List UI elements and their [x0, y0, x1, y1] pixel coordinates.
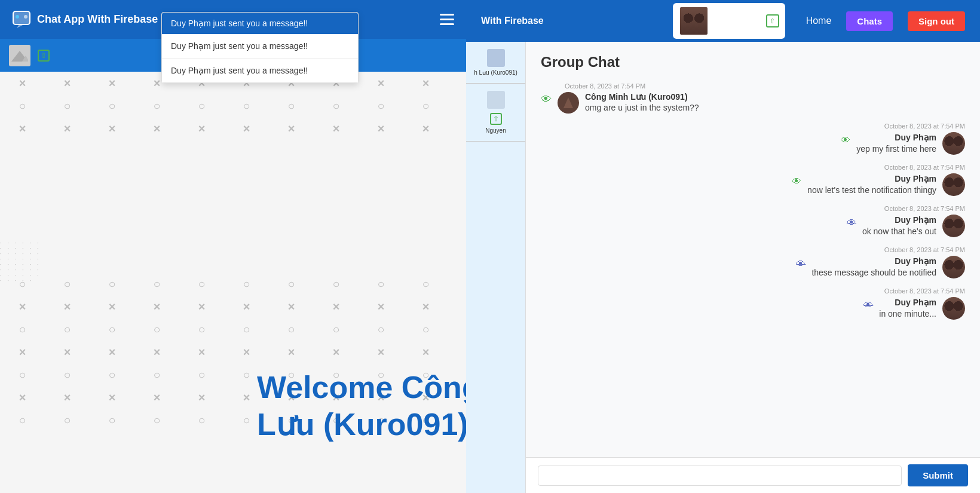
left-panel: Chat App With Firebase Duy Phạm just sen…	[0, 0, 466, 493]
nav-upload-icon[interactable]: ⇧	[766, 14, 779, 27]
upload-icon[interactable]: ⇧	[38, 50, 50, 62]
unseen-icon: 👁	[847, 218, 856, 228]
mountain-icon	[11, 50, 28, 62]
sidebar-user-avatar-2	[487, 91, 505, 109]
user-nav-avatar	[679, 6, 709, 36]
msg-text: these message should be notified	[811, 268, 936, 277]
welcome-section: Welcome Công MinhLưu (Kuro091)	[233, 351, 466, 461]
svg-rect-2	[16, 15, 19, 19]
user-info-wrapper: Duy Phạm ⇧	[673, 3, 785, 39]
sidebar-user-avatar-1	[487, 49, 505, 67]
sidebar-user-name-1: h Lưu (Kuro091)	[474, 69, 517, 76]
notification-item-1[interactable]: Duy Phạm just sent you a message!!	[162, 34, 358, 59]
seen-icon: 👁	[841, 135, 850, 146]
svg-rect-3	[24, 15, 27, 19]
notification-top-item: Duy Phạm just sent you a message!!	[162, 13, 358, 34]
msg-avatar-right	[942, 297, 965, 320]
pattern-row-x3: ××××××××××	[0, 296, 466, 319]
right-navbar: With Firebase Duy Phạm ⇧ Home Chats Sign…	[466, 0, 980, 42]
message-timestamp: October 8, 2023 at 7:54 PM	[541, 82, 965, 90]
sidebar-user-item-2[interactable]: ⇧ Nguyen	[466, 84, 525, 142]
messages-container[interactable]: October 8, 2023 at 7:54 PM 👁 Công Minh L…	[526, 76, 980, 457]
msg-content-left: Công Minh Lưu (Kuro091) omg are u just i…	[585, 92, 699, 112]
pattern-row-o2: ○○○○○○○○○○	[0, 273, 466, 296]
message-row: October 8, 2023 at 7:54 PM 👁 Duy Phạm in…	[541, 287, 965, 320]
message-input[interactable]	[538, 466, 902, 486]
msg-right: 👁 Duy Phạm now let's test the notificati…	[541, 173, 965, 196]
msg-avatar-right	[942, 132, 965, 155]
svg-marker-6	[564, 97, 573, 108]
message-row: October 8, 2023 at 7:54 PM 👁 Công Minh L…	[541, 82, 965, 114]
seen-eye-icon: 👁	[541, 93, 552, 106]
msg-text: yep my first time here	[856, 144, 936, 154]
msg-right: 👁 Duy Phạm in one minute...	[541, 297, 965, 320]
msg-avatar-right	[942, 256, 965, 278]
right-content: h Lưu (Kuro091) ⇧ Nguyen Group Chat Octo…	[466, 42, 980, 493]
notification-item-2[interactable]: Duy Phạm just sent you a message!!	[162, 59, 358, 82]
msg-text: now let's test the notification thingy	[807, 185, 936, 195]
message-timestamp: October 8, 2023 at 7:54 PM	[541, 287, 965, 295]
pattern-row-x2: ××××××××××	[0, 117, 466, 140]
home-nav-link[interactable]: Home	[806, 16, 832, 26]
left-nav-logo: Chat App With Firebase	[12, 10, 158, 29]
message-timestamp: October 8, 2023 at 7:54 PM	[541, 164, 965, 171]
pattern-row-o3: ○○○○○○○○○○	[0, 319, 466, 341]
msg-sender: Duy Phạm	[895, 256, 936, 266]
signout-nav-button[interactable]: Sign out	[908, 11, 965, 31]
msg-content-right: Duy Phạm these message should be notifie…	[811, 256, 936, 277]
msg-sender: Duy Phạm	[895, 174, 936, 183]
hamburger-line-2	[440, 19, 454, 20]
msg-content-right: Duy Phạm ok now that he's out	[862, 215, 936, 236]
message-row: October 8, 2023 at 7:54 PM 👁 Duy Phạm ye…	[541, 123, 965, 155]
msg-content-right: Duy Phạm in one minute...	[879, 297, 936, 319]
seen-icon: 👁	[792, 176, 801, 187]
chat-title: Group Chat	[541, 54, 620, 70]
unseen-icon: 👁	[863, 300, 873, 311]
msg-avatar-right	[942, 173, 965, 196]
left-avatar-icon	[558, 92, 579, 114]
pattern-row-o1: ○○○○○○○○○○	[0, 94, 466, 117]
msg-content-right: Duy Phạm yep my first time here	[856, 132, 936, 154]
pattern-row-dots: · · · · · · · · · · · · · · · · · · · · …	[0, 250, 466, 273]
msg-left: 👁 Công Minh Lưu (Kuro091) omg are u just…	[541, 92, 965, 114]
message-timestamp: October 8, 2023 at 7:54 PM	[541, 246, 965, 253]
user-silhouette-icon	[562, 97, 574, 109]
cat-avatar-image	[680, 7, 708, 35]
sidebar-user-name-2: Nguyen	[485, 127, 506, 134]
sidebar-upload-icon[interactable]: ⇧	[490, 113, 502, 125]
user-avatar-placeholder	[9, 45, 30, 66]
chats-nav-button[interactable]: Chats	[846, 11, 893, 31]
message-timestamp: October 8, 2023 at 7:54 PM	[541, 205, 965, 212]
msg-text: in one minute...	[879, 309, 936, 319]
message-row: October 8, 2023 at 7:54 PM 👁 Duy Phạm th…	[541, 246, 965, 278]
message-row: October 8, 2023 at 7:54 PM 👁 Duy Phạm ok…	[541, 205, 965, 237]
right-panel: With Firebase Duy Phạm ⇧ Home Chats Sign…	[466, 0, 980, 493]
msg-right: 👁 Duy Phạm ok now that he's out	[541, 215, 965, 237]
left-nav-title: Chat App With Firebase	[37, 13, 158, 26]
sidebar-user-item-1[interactable]: h Lưu (Kuro091)	[466, 42, 525, 84]
chat-logo-icon	[12, 10, 31, 29]
msg-sender: Công Minh Lưu (Kuro091)	[585, 92, 699, 102]
users-sidebar: h Lưu (Kuro091) ⇧ Nguyen	[466, 42, 526, 493]
hamburger-line-3	[440, 23, 454, 25]
right-nav-brand: With Firebase	[481, 16, 544, 26]
pattern-area: ×××××××××× ○○○○○○○○○○ ×××××××××× Welcome…	[0, 72, 466, 493]
msg-content-right: Duy Phạm now let's test the notification…	[807, 173, 936, 195]
notification-dropdown: Duy Phạm just sent you a message!! Duy P…	[161, 12, 359, 83]
msg-text: ok now that he's out	[862, 226, 936, 236]
msg-text: omg are u just in the system??	[585, 103, 699, 112]
chat-header: Group Chat	[526, 42, 980, 76]
nav-username: Duy Phạm	[713, 16, 761, 27]
hamburger-line-1	[440, 14, 454, 16]
msg-sender: Duy Phạm	[895, 215, 936, 225]
msg-right: 👁 Duy Phạm yep my first time here	[541, 132, 965, 155]
msg-right: 👁 Duy Phạm these message should be notif…	[541, 256, 965, 278]
submit-button[interactable]: Submit	[908, 464, 968, 486]
input-area: Submit	[526, 457, 980, 493]
svg-rect-0	[13, 11, 30, 25]
message-row: October 8, 2023 at 7:54 PM 👁 Duy Phạm no…	[541, 164, 965, 196]
welcome-text: Welcome Công MinhLưu (Kuro091)	[257, 369, 466, 443]
msg-sender: Duy Phạm	[895, 133, 936, 142]
msg-sender: Duy Phạm	[895, 298, 936, 307]
hamburger-button[interactable]	[440, 14, 454, 25]
